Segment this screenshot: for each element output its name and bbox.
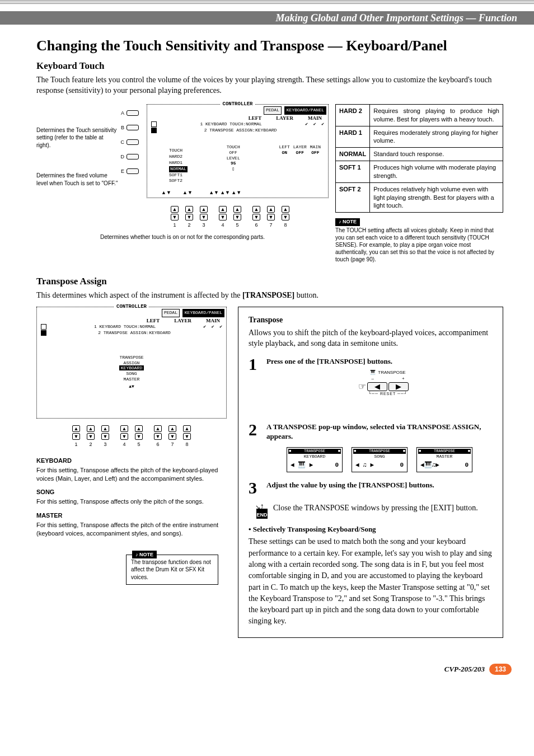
number-buttons-row-2: ▲▼1 ▲▼2 ▲▼3 ▲▼4 ▲▼5 ▲▼6 ▲▼7 ▲▼8 (36, 424, 227, 449)
side-buttons-abcde: A B C D E (124, 104, 141, 175)
popup-keyboard: ■TRANSPOSE■ KEYBOARD ◀ 🎹 ▶0 (287, 447, 343, 472)
section-heading-keyboard-touch: Keyboard Touch (36, 60, 503, 73)
page-title: Changing the Touch Sensitivity and Trans… (36, 36, 503, 55)
master-setting-text: For this setting, Transpose affects the … (36, 521, 227, 538)
lcd-row-1: 1 KEYBOARD TOUCH:NORMAL (200, 121, 261, 128)
master-setting-label: MASTER (36, 511, 227, 520)
end-icon: ↘⤴ END (249, 503, 268, 519)
part-on-off: LEFTONLAYEROFFMAINOFF (279, 144, 321, 155)
note-tag-2: NOTE (132, 551, 157, 558)
step-2-text: A TRANSPOSE pop-up window, selected via … (266, 422, 493, 442)
lcd-controller-panel: CONTROLLER PEDAL KEYBOARD/PANEL LEFTLAYE… (147, 104, 329, 199)
note-box-touch: NOTE The TOUCH setting affects all voice… (335, 218, 503, 263)
diagram-annotation-sensitivity: Determines the Touch sensitivity setting… (36, 126, 119, 149)
note-tag: NOTE (335, 218, 360, 226)
lcd-title: CONTROLLER (220, 101, 255, 107)
step-number-3: 3 (249, 480, 262, 495)
footer-page-number: 133 (489, 664, 512, 675)
song-setting-text: For this setting, Transpose affects only… (36, 497, 227, 506)
song-setting-label: SONG (36, 488, 227, 496)
intro-text: The Touch feature lets you control the v… (36, 75, 503, 96)
end-text: Close the TRANSPOSE windows by pressing … (273, 503, 478, 514)
transpose-lead: Allows you to shift the pitch of the key… (249, 328, 493, 349)
breadcrumb: Making Global and Other Important Settin… (275, 11, 517, 25)
note-box-transpose: NOTE The transpose function does not aff… (126, 555, 218, 585)
transpose-control-label: TRANSPOSE (378, 370, 405, 376)
lcd-transpose-assign: CONTROLLER PEDAL KEYBOARD/PANEL LEFTLAYE… (36, 307, 227, 419)
selective-transpose-body: These settings can be used to match both… (249, 536, 493, 627)
lcd-row-2: 2 TRANSPOSE ASSIGN:KEYBOARD (204, 128, 277, 134)
transpose-button-label: [TRANSPOSE] (242, 291, 294, 299)
keyboard-setting-text: For this setting, Transpose affects the … (36, 466, 227, 483)
popup-master: ■TRANSPOSE■ MASTER ◀🎹♫▶0 (416, 447, 472, 472)
decorative-bars (0, 0, 534, 11)
section-heading-transpose-assign: Transpose Assign (36, 275, 503, 288)
diagram-caption: Determines whether touch is on or not fo… (36, 233, 329, 241)
tab-keyboard-panel: KEYBOARD/PANEL (284, 106, 326, 115)
step-number-2: 2 (249, 422, 262, 472)
transpose-heading: Transpose (249, 315, 493, 326)
breadcrumb-bar: Making Global and Other Important Settin… (0, 11, 534, 25)
popup-song: ■TRANSPOSE■ SONG ◀ ♫ ▶0 (352, 447, 407, 472)
number-buttons-row-1: ▲▼1 ▲▼2 ▲▼3 ▲▼4 ▲▼5 ▲▼6 ▲▼7 ▲▼8 (132, 205, 329, 229)
note-text-2: The transpose function does not affect t… (131, 559, 211, 580)
diagram-annotation-fixed-volume: Determines the fixed volume level when T… (36, 172, 119, 187)
step-1-text: Press one of the [TRANSPOSE] buttons. (266, 356, 493, 367)
transpose-assign-intro-1: This determines which aspect of the inst… (36, 291, 242, 299)
selective-transpose-title: • Selectively Transposing Keyboard/Song (249, 524, 493, 534)
keyboard-setting-label: KEYBOARD (36, 457, 227, 465)
note-text: The TOUCH setting affects all voices glo… (335, 227, 494, 262)
touch-options-list: TOUCHHARD2HARD1NORMALSOFT1SOFT2 (169, 148, 188, 184)
touch-off-level: TOUCHOFFLEVEL95▯ (227, 144, 240, 171)
touch-sensitivity-table: HARD 2Requires strong playing to produce… (335, 104, 503, 213)
transpose-assign-options: TRANSPOSEASSIGNKEYBOARDSONGMASTER (42, 355, 221, 382)
transpose-assign-intro-2: button. (297, 291, 318, 299)
footer-model: CVP-205/203 (444, 664, 485, 674)
step-3-text: Adjust the value by using the [TRANSPOSE… (266, 480, 493, 495)
